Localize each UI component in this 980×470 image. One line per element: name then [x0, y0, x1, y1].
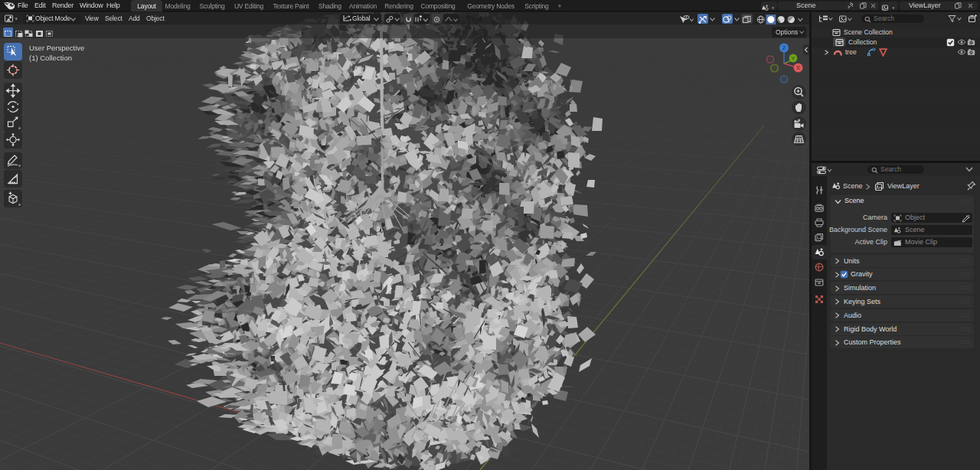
svg-text:Z: Z	[782, 44, 786, 51]
svg-text:Y: Y	[791, 55, 795, 62]
svg-text:X: X	[796, 64, 800, 71]
